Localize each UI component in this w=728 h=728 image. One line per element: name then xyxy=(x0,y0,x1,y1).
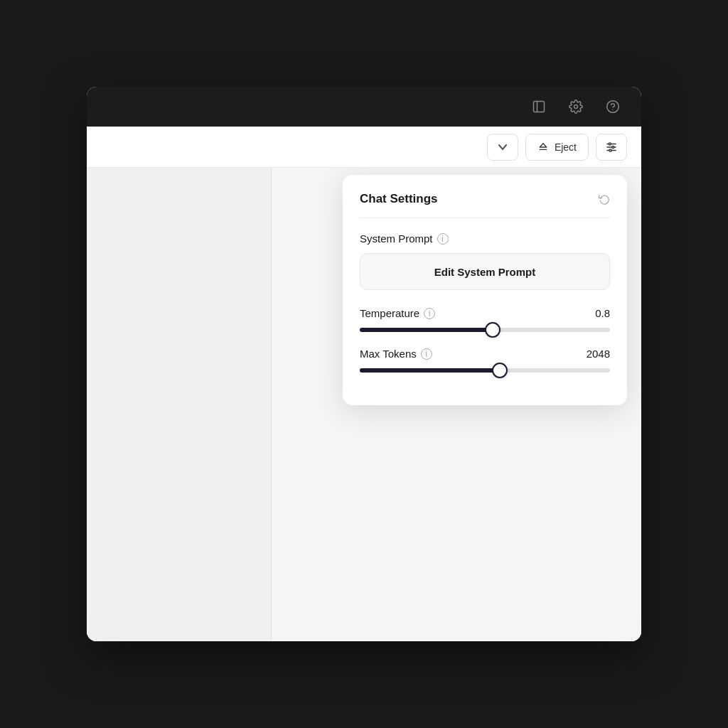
system-prompt-info-icon[interactable]: i xyxy=(437,233,449,245)
max-tokens-value: 2048 xyxy=(587,348,610,360)
edit-system-prompt-button[interactable]: Edit System Prompt xyxy=(360,253,610,290)
max-tokens-label: Max Tokens i xyxy=(360,348,432,360)
reset-icon[interactable] xyxy=(599,193,610,205)
content-area: Eject Chat Se xyxy=(87,127,641,641)
max-tokens-slider-container xyxy=(360,368,610,373)
temperature-label: Temperature i xyxy=(360,307,435,319)
eject-button[interactable]: Eject xyxy=(525,134,589,161)
svg-marker-5 xyxy=(540,143,546,146)
max-tokens-info-icon[interactable]: i xyxy=(421,348,432,360)
svg-point-2 xyxy=(574,105,578,109)
app-window: Eject Chat Se xyxy=(87,87,641,641)
title-bar xyxy=(87,87,641,127)
chat-area: Chat Settings System Prompt i xyxy=(272,168,641,641)
temperature-slider-thumb[interactable] xyxy=(485,322,500,338)
temperature-slider-track xyxy=(360,328,610,332)
eject-label: Eject xyxy=(555,141,577,153)
max-tokens-slider-track xyxy=(360,368,610,373)
panel-header: Chat Settings xyxy=(360,192,610,206)
gear-icon[interactable] xyxy=(564,95,587,118)
max-tokens-slider-fill xyxy=(360,368,500,373)
sliders-button[interactable] xyxy=(596,134,627,161)
panels-icon[interactable] xyxy=(528,95,550,118)
svg-point-10 xyxy=(609,143,611,145)
temperature-info-icon[interactable]: i xyxy=(424,308,435,319)
max-tokens-slider-thumb[interactable] xyxy=(492,363,508,378)
temperature-slider-fill xyxy=(360,328,493,332)
sidebar xyxy=(87,168,272,641)
temperature-value: 0.8 xyxy=(595,307,610,319)
temperature-slider-container xyxy=(360,328,610,332)
main-area: Chat Settings System Prompt i xyxy=(87,168,641,641)
panel-title: Chat Settings xyxy=(360,192,438,206)
toolbar: Eject xyxy=(87,127,641,168)
svg-point-11 xyxy=(612,146,614,148)
svg-point-3 xyxy=(607,101,619,113)
help-icon[interactable] xyxy=(601,95,624,118)
settings-panel: Chat Settings System Prompt i xyxy=(343,175,627,405)
dropdown-button[interactable] xyxy=(487,134,518,161)
svg-point-12 xyxy=(609,149,611,151)
svg-rect-0 xyxy=(534,102,545,112)
divider xyxy=(360,218,610,218)
system-prompt-label: System Prompt i xyxy=(360,232,610,245)
temperature-row: Temperature i 0.8 xyxy=(360,307,610,319)
max-tokens-row: Max Tokens i 2048 xyxy=(360,348,610,360)
